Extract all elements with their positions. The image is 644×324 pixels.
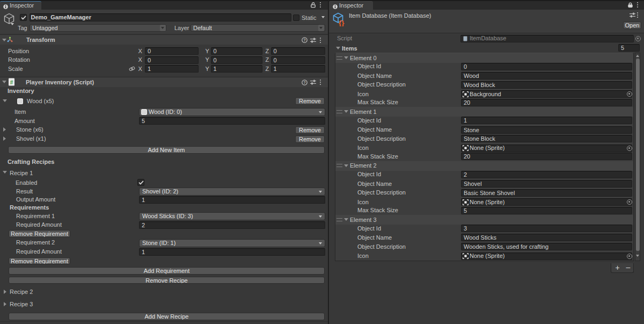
svg-text:?: ? bbox=[303, 80, 306, 85]
svg-text:{}: {} bbox=[339, 19, 345, 27]
svg-text:#: # bbox=[10, 80, 13, 85]
svg-text:?: ? bbox=[303, 38, 306, 42]
